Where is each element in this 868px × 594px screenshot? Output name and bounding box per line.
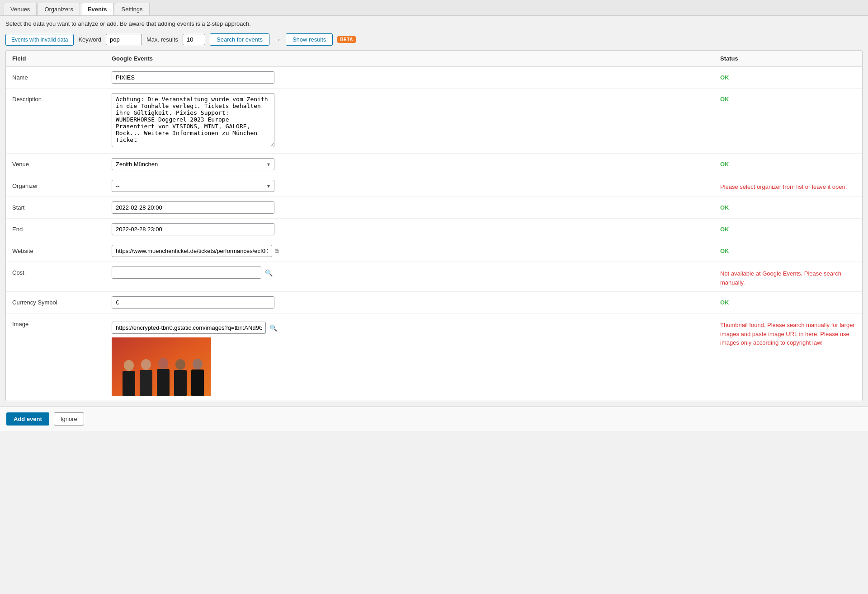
arrow-icon: → bbox=[274, 36, 281, 44]
svg-rect-6 bbox=[157, 369, 170, 396]
website-input[interactable] bbox=[112, 245, 272, 257]
header-status: Status bbox=[720, 55, 856, 62]
max-results-label: Max. results bbox=[146, 36, 178, 43]
venue-select-wrapper: Zenith München bbox=[112, 158, 274, 170]
field-cost-label: Cost bbox=[12, 267, 112, 276]
cost-input[interactable] bbox=[112, 267, 261, 279]
ignore-button[interactable]: Ignore bbox=[54, 412, 84, 426]
tab-bar: Venues Organizers Events Settings bbox=[0, 0, 868, 16]
description-text: Select the data you want to analyze or a… bbox=[0, 16, 868, 31]
table-row: Start OK bbox=[6, 197, 862, 219]
field-end-label: End bbox=[12, 223, 112, 233]
venue-status: OK bbox=[720, 158, 856, 168]
organizer-status: Please select organizer from list or lea… bbox=[720, 180, 856, 192]
table-row: Currency Symbol OK bbox=[6, 292, 862, 313]
currency-input-wrapper bbox=[112, 296, 720, 309]
field-image-label: Image bbox=[12, 318, 112, 327]
table-row: Venue Zenith München OK bbox=[6, 154, 862, 175]
image-status: Thumbnail found. Please search manually … bbox=[720, 318, 856, 347]
svg-rect-8 bbox=[174, 370, 187, 396]
field-name-label: Name bbox=[12, 71, 112, 81]
name-input[interactable] bbox=[112, 71, 274, 84]
table-row: Description Achtung: Die Veranstaltung w… bbox=[6, 89, 862, 154]
header-field: Field bbox=[12, 55, 112, 62]
svg-rect-4 bbox=[140, 370, 152, 396]
organizer-select-wrapper: -- bbox=[112, 180, 274, 192]
start-status: OK bbox=[720, 201, 856, 211]
field-venue-label: Venue bbox=[12, 158, 112, 168]
end-status: OK bbox=[720, 223, 856, 233]
events-table: Field Google Events Status Name OK Descr… bbox=[5, 50, 863, 401]
external-link-icon[interactable]: ⧉ bbox=[275, 248, 279, 254]
tab-events[interactable]: Events bbox=[81, 3, 114, 15]
end-input[interactable] bbox=[112, 223, 274, 235]
description-status: OK bbox=[720, 93, 856, 103]
cost-search-icon[interactable]: 🔍 bbox=[263, 268, 274, 277]
svg-point-3 bbox=[141, 359, 151, 370]
website-status: OK bbox=[720, 245, 856, 254]
field-currency-label: Currency Symbol bbox=[12, 296, 112, 306]
show-results-button[interactable]: Show results bbox=[286, 33, 333, 46]
field-website-label: Website bbox=[12, 245, 112, 254]
toolbar: Events with invalid data Keyword Max. re… bbox=[0, 31, 868, 50]
cost-input-wrapper: 🔍 bbox=[112, 267, 274, 279]
image-preview bbox=[112, 337, 211, 396]
field-start-label: Start bbox=[12, 201, 112, 211]
table-row: End OK bbox=[6, 219, 862, 240]
field-end-wrapper bbox=[112, 223, 720, 235]
footer-bar: Add event Ignore bbox=[0, 407, 868, 431]
field-name-input-wrapper bbox=[112, 71, 720, 84]
search-events-button[interactable]: Search for events bbox=[210, 33, 269, 46]
table-row: Organizer -- Please select organizer fro… bbox=[6, 175, 862, 197]
keyword-label: Keyword bbox=[78, 36, 101, 43]
image-url-input[interactable] bbox=[112, 322, 266, 334]
max-results-input[interactable] bbox=[183, 34, 205, 45]
svg-point-7 bbox=[175, 359, 185, 370]
currency-status: OK bbox=[720, 296, 856, 306]
table-row: Name OK bbox=[6, 67, 862, 89]
keyword-input[interactable] bbox=[106, 34, 142, 45]
svg-point-1 bbox=[124, 360, 134, 371]
tab-venues[interactable]: Venues bbox=[4, 3, 37, 15]
invalid-data-button[interactable]: Events with invalid data bbox=[5, 34, 74, 46]
tab-organizers[interactable]: Organizers bbox=[38, 3, 80, 15]
beta-badge: BETA bbox=[337, 36, 355, 43]
svg-point-9 bbox=[193, 359, 203, 369]
table-row: Cost 🔍 Not available at Google Events. P… bbox=[6, 262, 862, 292]
table-row: Website ⧉ OK bbox=[6, 240, 862, 262]
tab-settings[interactable]: Settings bbox=[115, 3, 150, 15]
cost-status: Not available at Google Events. Please s… bbox=[720, 267, 856, 287]
header-google-events: Google Events bbox=[112, 55, 720, 62]
image-search-icon[interactable]: 🔍 bbox=[268, 323, 279, 332]
table-row: Image 🔍 bbox=[6, 313, 862, 401]
svg-rect-10 bbox=[191, 369, 204, 396]
table-header: Field Google Events Status bbox=[6, 51, 862, 67]
organizer-select[interactable]: -- bbox=[112, 180, 274, 192]
currency-input[interactable] bbox=[112, 296, 274, 309]
svg-rect-2 bbox=[123, 371, 135, 396]
name-status: OK bbox=[720, 71, 856, 81]
field-organizer-label: Organizer bbox=[12, 180, 112, 189]
start-input[interactable] bbox=[112, 201, 274, 214]
website-input-wrapper: ⧉ bbox=[112, 245, 279, 257]
add-event-button[interactable]: Add event bbox=[6, 412, 49, 426]
description-textarea[interactable]: Achtung: Die Veranstaltung wurde vom Zen… bbox=[112, 93, 274, 147]
field-description-label: Description bbox=[12, 93, 112, 103]
image-section: 🔍 bbox=[112, 322, 720, 396]
field-start-wrapper bbox=[112, 201, 720, 214]
field-description-wrapper: Achtung: Die Veranstaltung wurde vom Zen… bbox=[112, 93, 720, 149]
svg-point-5 bbox=[158, 358, 168, 369]
venue-select[interactable]: Zenith München bbox=[112, 158, 274, 170]
